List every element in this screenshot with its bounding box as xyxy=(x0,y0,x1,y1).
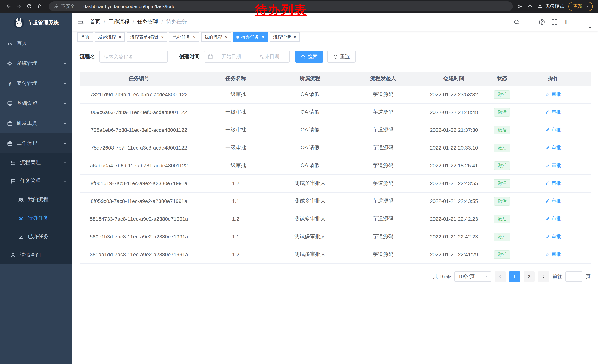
approve-button[interactable]: 审批 xyxy=(546,216,561,222)
edit-icon xyxy=(546,110,550,114)
avatar[interactable] xyxy=(576,15,577,22)
page-size-select[interactable]: 10条/页 xyxy=(454,271,491,282)
reset-button[interactable]: 重置 xyxy=(327,51,356,63)
sidebar-item-workflow[interactable]: 工作流程 xyxy=(0,133,72,153)
tab-label: 流程表单-编辑 xyxy=(130,34,158,40)
cell-task-name: 1.1 xyxy=(198,192,273,210)
incognito-label: 无痕模式 xyxy=(545,3,564,9)
workflow-icon xyxy=(7,140,13,146)
approve-button[interactable]: 审批 xyxy=(546,162,561,169)
page-number-1[interactable]: 1 xyxy=(509,271,520,282)
tab-process-form-edit[interactable]: 流程表单-编辑× xyxy=(127,32,167,42)
sidebar-item-dev-tools[interactable]: 研发工具 xyxy=(0,113,72,133)
approve-label: 审批 xyxy=(551,127,561,133)
update-button[interactable]: 更新 xyxy=(568,2,593,11)
goto-label: 前往 xyxy=(552,273,562,280)
cell-task-name: 一级审批 xyxy=(198,103,273,121)
help-icon[interactable] xyxy=(539,19,545,25)
browser-back-button[interactable] xyxy=(4,1,13,11)
process-name-input[interactable] xyxy=(99,51,168,63)
sidebar-item-label: 研发工具 xyxy=(17,120,37,127)
cell-task-name: 一级审批 xyxy=(198,86,273,103)
breadcrumb-item[interactable]: 首页 xyxy=(90,18,100,25)
more-menu-icon[interactable] xyxy=(585,4,590,9)
approve-button[interactable]: 审批 xyxy=(546,145,561,151)
approve-button[interactable]: 审批 xyxy=(546,180,561,187)
column-header: 创建时间 xyxy=(419,72,488,86)
approve-label: 审批 xyxy=(551,233,561,240)
sidebar-item-leave-query[interactable]: 请假查询 xyxy=(0,246,72,264)
sidebar-item-process-management[interactable]: 流程管理 xyxy=(0,153,72,172)
key-icon[interactable] xyxy=(517,4,523,9)
approve-label: 审批 xyxy=(551,180,561,187)
annotation-overlay: 待办列表 xyxy=(255,2,307,18)
approve-button[interactable]: 审批 xyxy=(546,198,561,204)
tab-home[interactable]: 首页 xyxy=(77,32,93,42)
search-button[interactable]: 搜索 xyxy=(295,51,324,63)
user-menu[interactable] xyxy=(576,15,591,29)
approve-label: 审批 xyxy=(551,216,561,222)
bookmark-star-icon[interactable] xyxy=(527,4,533,9)
sidebar-item-infrastructure[interactable]: 基础设施 xyxy=(0,93,72,113)
close-icon[interactable]: × xyxy=(225,34,228,40)
tab-initiate-process[interactable]: 发起流程× xyxy=(95,32,125,42)
eye-icon xyxy=(18,215,24,221)
sidebar-item-my-processes[interactable]: 我的流程 xyxy=(0,190,72,209)
sidebar-item-label: 基础设施 xyxy=(17,100,37,107)
page-number-2[interactable]: 2 xyxy=(523,271,535,282)
warning-icon xyxy=(54,4,59,9)
browser-refresh-button[interactable] xyxy=(25,1,34,11)
sidebar-item-home[interactable]: 首页 xyxy=(0,33,72,53)
tab-done-tasks[interactable]: 已办任务× xyxy=(169,32,199,42)
cell-task-name: 一级审批 xyxy=(198,157,273,174)
cell-action: 审批 xyxy=(516,174,590,192)
fullscreen-icon[interactable] xyxy=(551,19,558,25)
browser-forward-button[interactable] xyxy=(14,1,24,11)
sidebar-item-payment-management[interactable]: ¥支付管理 xyxy=(0,73,72,93)
status-badge: 激活 xyxy=(494,250,510,259)
browser-home-button[interactable] xyxy=(35,1,44,11)
caret-down-icon xyxy=(588,27,591,29)
breadcrumb-separator: / xyxy=(162,19,163,25)
sidebar-item-system-management[interactable]: 系统管理 xyxy=(0,53,72,73)
github-icon[interactable] xyxy=(526,19,533,25)
sidebar-item-todo-tasks[interactable]: 待办任务 xyxy=(0,209,72,227)
close-icon[interactable]: × xyxy=(119,34,122,40)
breadcrumb-separator: / xyxy=(133,19,134,25)
pagination: 共 16 条 10条/页 12 前往 页 xyxy=(80,271,590,282)
approve-button[interactable]: 审批 xyxy=(546,91,561,98)
logo[interactable]: 芋道管理系统 xyxy=(0,13,72,33)
breadcrumb-item[interactable]: 任务管理 xyxy=(137,18,158,25)
prev-page-button[interactable] xyxy=(495,271,506,282)
font-size-icon[interactable]: TT xyxy=(564,18,570,25)
approve-button[interactable]: 审批 xyxy=(546,127,561,133)
date-range-picker[interactable]: 开始日期 - 结束日期 xyxy=(204,51,290,63)
sidebar-menu: 首页系统管理¥支付管理基础设施研发工具工作流程流程管理任务管理我的流程待办任务已… xyxy=(0,33,72,264)
close-icon[interactable]: × xyxy=(293,34,296,40)
table-row: 8f0d1619-7ac8-11ec-a9e2-a2380e71991a1.2测… xyxy=(80,174,590,192)
tab-todo-tasks[interactable]: 待办任务× xyxy=(233,32,268,42)
sidebar-item-done-tasks[interactable]: 已办任务 xyxy=(0,227,72,246)
cell-initiator: 芋道源码 xyxy=(347,174,419,192)
chevron-down-icon xyxy=(63,161,67,165)
cell-action: 审批 xyxy=(516,157,590,174)
forward-icon xyxy=(16,4,22,9)
approve-label: 审批 xyxy=(551,109,561,115)
chevron-down-icon xyxy=(484,274,488,278)
close-icon[interactable]: × xyxy=(161,34,164,40)
sidebar-item-task-management[interactable]: 任务管理 xyxy=(0,172,72,190)
approve-button[interactable]: 审批 xyxy=(546,251,561,258)
tab-my-processes[interactable]: 我的流程× xyxy=(201,32,231,42)
approve-button[interactable]: 审批 xyxy=(546,109,561,115)
close-icon[interactable]: × xyxy=(193,34,196,40)
sidebar-collapse-button[interactable] xyxy=(77,18,84,25)
search-icon[interactable] xyxy=(514,19,520,25)
cell-initiator: 芋道源码 xyxy=(347,139,419,157)
next-page-button[interactable] xyxy=(538,271,549,282)
approve-button[interactable]: 审批 xyxy=(546,233,561,240)
goto-page-input[interactable] xyxy=(565,271,582,282)
sidebar: 芋道管理系统 首页系统管理¥支付管理基础设施研发工具工作流程流程管理任务管理我的… xyxy=(0,13,72,364)
breadcrumb-item[interactable]: 工作流程 xyxy=(108,18,129,25)
close-icon[interactable]: × xyxy=(262,34,265,40)
tab-process-detail[interactable]: 流程详情× xyxy=(270,32,300,42)
